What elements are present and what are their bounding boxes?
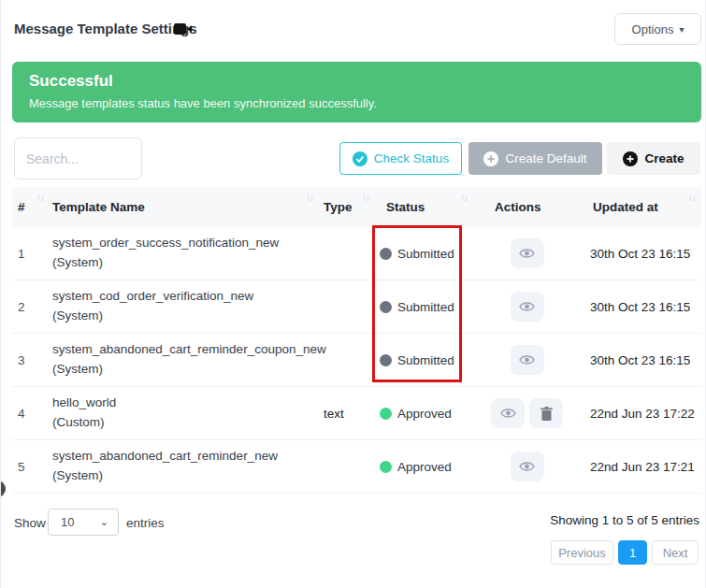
template-name: system_cod_order_verification_new <box>52 287 253 307</box>
table-body: 1 system_order_success_notification_new … <box>12 227 701 494</box>
type-cell <box>319 227 375 280</box>
sort-icon[interactable]: ↑↓ <box>688 193 696 203</box>
status-label: Submitted <box>397 353 454 367</box>
template-origin: (System) <box>52 466 103 486</box>
actions-cell <box>473 334 581 386</box>
view-button[interactable] <box>511 238 544 268</box>
status-cell: Submitted <box>375 334 473 386</box>
page-1-button[interactable]: 1 <box>618 540 647 565</box>
template-name: hello_world <box>52 394 116 413</box>
template-origin: (System) <box>52 253 103 273</box>
actions-cell <box>473 227 581 280</box>
status-label: Submitted <box>397 300 454 314</box>
next-page-button[interactable]: Next <box>652 540 699 565</box>
column-header-number[interactable]: # ↑↓ <box>12 187 50 227</box>
column-header-type[interactable]: Type ↑↓ <box>319 187 375 227</box>
chevron-down-icon: ⌄ <box>100 516 108 528</box>
table-row: 2 system_cod_order_verification_new (Sys… <box>12 280 701 334</box>
column-header-template-name[interactable]: Template Name ↑↓ <box>50 187 319 227</box>
entries-summary: Showing 1 to 5 of 5 entries <box>550 513 699 527</box>
plus-circle-icon <box>623 151 638 166</box>
sort-icon[interactable]: ↑↓ <box>460 193 468 203</box>
template-origin: (Custom) <box>52 413 105 433</box>
column-header-actions: Actions <box>473 187 581 227</box>
column-header-updated-at[interactable]: Updated at ↑↓ <box>581 187 701 227</box>
template-name-cell: system_order_success_notification_new (S… <box>50 227 319 280</box>
row-number: 2 <box>12 280 50 333</box>
view-button[interactable] <box>511 292 544 322</box>
check-status-button[interactable]: Check Status <box>339 142 462 175</box>
actions-cell <box>473 387 581 439</box>
type-cell <box>319 280 375 333</box>
trash-icon <box>540 407 553 421</box>
table-row: 1 system_order_success_notification_new … <box>12 227 701 280</box>
video-camera-icon <box>174 22 193 36</box>
eye-icon <box>519 461 535 472</box>
eye-icon <box>519 354 535 366</box>
edge-widget-partial <box>0 480 6 497</box>
status-dot <box>380 248 392 260</box>
create-button[interactable]: Create <box>607 142 700 175</box>
template-name-cell: system_abandoned_cart_reminder_new (Syst… <box>50 440 319 493</box>
eye-icon <box>519 248 535 259</box>
view-button[interactable] <box>511 345 544 375</box>
check-circle-icon <box>353 151 367 166</box>
table-row: 4 hello_world (Custom) text Approved <box>12 387 701 440</box>
updated-at: 30th Oct 23 16:15 <box>581 280 701 333</box>
eye-icon <box>500 408 516 419</box>
type-cell <box>319 440 375 493</box>
plus-circle-icon <box>483 151 498 166</box>
row-number: 1 <box>12 227 50 280</box>
template-name-cell: hello_world (Custom) <box>50 387 319 439</box>
template-name: system_abandoned_cart_reminder_new <box>52 447 278 466</box>
type-cell: text <box>319 387 375 439</box>
template-origin: (System) <box>52 307 103 326</box>
sort-icon[interactable]: ↑↓ <box>36 193 44 203</box>
status-dot <box>380 461 392 473</box>
template-name-cell: system_abandoned_cart_reminder_coupon_ne… <box>50 334 319 386</box>
view-button[interactable] <box>491 398 525 428</box>
column-header-status[interactable]: Status ↑↓ <box>375 187 473 227</box>
template-name-cell: system_cod_order_verification_new (Syste… <box>50 280 319 333</box>
page-size-value: 10 <box>61 515 74 529</box>
actions-cell <box>473 440 581 493</box>
row-number: 3 <box>12 334 50 386</box>
updated-at: 30th Oct 23 16:15 <box>581 227 701 280</box>
table-header: # ↑↓ Template Name ↑↓ Type ↑↓ Status ↑↓ … <box>12 187 701 227</box>
table-row: 3 system_abandoned_cart_reminder_coupon_… <box>12 334 701 387</box>
message-template-settings-page: Message Template Settings Options ▾ Succ… <box>0 0 706 588</box>
create-default-button[interactable]: Create Default <box>468 142 602 175</box>
status-dot <box>380 354 392 366</box>
entries-label: entries <box>126 516 165 530</box>
status-dot <box>380 408 392 420</box>
pagination: Previous 1 Next <box>551 540 699 565</box>
create-default-label: Create Default <box>505 151 586 165</box>
search-input[interactable] <box>14 137 142 179</box>
alert-message: Message templates status have been synch… <box>29 96 684 110</box>
updated-at: 22nd Jun 23 17:22 <box>581 387 701 439</box>
options-button[interactable]: Options ▾ <box>614 13 701 45</box>
status-label: Approved <box>397 407 452 421</box>
status-cell: Submitted <box>375 227 473 280</box>
check-status-label: Check Status <box>374 151 449 165</box>
type-cell <box>319 334 375 386</box>
template-name: system_order_success_notification_new <box>52 234 279 253</box>
row-number: 4 <box>12 387 50 439</box>
table-row: 5 system_abandoned_cart_reminder_new (Sy… <box>12 440 701 494</box>
updated-at: 30th Oct 23 16:15 <box>581 334 701 386</box>
status-cell: Approved <box>375 440 473 493</box>
status-cell: Submitted <box>375 280 473 333</box>
status-dot <box>380 301 392 313</box>
options-label: Options <box>632 22 674 36</box>
chevron-down-icon: ▾ <box>679 24 684 35</box>
row-number: 5 <box>12 440 50 493</box>
eye-icon <box>519 301 535 312</box>
sort-icon[interactable]: ↑↓ <box>306 193 313 203</box>
page-size-select[interactable]: 10 ⌄ <box>48 509 119 536</box>
sort-icon[interactable]: ↑↓ <box>362 193 369 203</box>
view-button[interactable] <box>511 452 544 481</box>
previous-page-button[interactable]: Previous <box>551 540 613 565</box>
delete-button[interactable] <box>529 398 563 428</box>
updated-at: 22nd Jun 23 17:21 <box>581 440 701 493</box>
alert-title: Successful <box>29 72 684 91</box>
